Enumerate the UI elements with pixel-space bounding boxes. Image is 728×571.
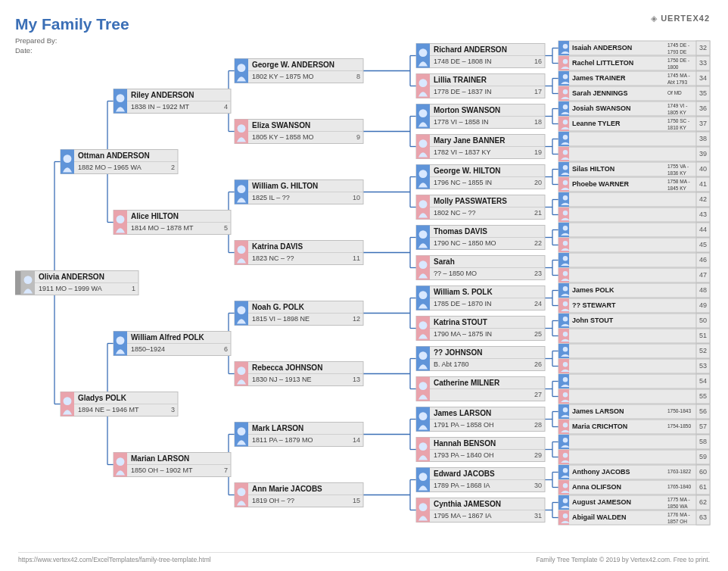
svg-text:?? – 1850 MO: ?? – 1850 MO bbox=[434, 270, 477, 277]
svg-point-139 bbox=[563, 377, 568, 382]
person-51: 51 bbox=[558, 329, 710, 343]
svg-text:Catherine MILNER: Catherine MILNER bbox=[434, 379, 500, 387]
svg-point-335 bbox=[238, 245, 246, 254]
svg-point-11 bbox=[563, 59, 568, 64]
svg-point-68 bbox=[563, 180, 568, 185]
svg-text:6: 6 bbox=[224, 345, 228, 353]
svg-point-370 bbox=[117, 94, 125, 102]
person-6: William Alfred POLK1850–19246 bbox=[114, 332, 231, 356]
svg-text:20: 20 bbox=[534, 179, 542, 186]
svg-text:1: 1 bbox=[132, 285, 135, 292]
svg-text:Gladys POLK: Gladys POLK bbox=[78, 394, 127, 402]
person-28: James LARSON1791 PA – 1858 OH28 bbox=[416, 407, 545, 432]
footer-copyright: Family Tree Template © 2019 by Vertex42.… bbox=[536, 556, 710, 563]
svg-rect-89 bbox=[558, 238, 710, 252]
svg-text:56: 56 bbox=[699, 407, 707, 415]
svg-text:49: 49 bbox=[699, 301, 707, 309]
svg-text:Leanne TYLER: Leanne TYLER bbox=[572, 120, 621, 127]
svg-point-314 bbox=[238, 64, 246, 72]
svg-point-328 bbox=[238, 185, 246, 193]
svg-text:34: 34 bbox=[699, 74, 707, 82]
svg-text:28: 28 bbox=[534, 421, 542, 429]
svg-point-391 bbox=[117, 457, 125, 466]
svg-text:12: 12 bbox=[353, 315, 360, 323]
svg-text:25: 25 bbox=[534, 330, 542, 338]
svg-text:Abigail WALDEN: Abigail WALDEN bbox=[572, 513, 627, 521]
person-4: Riley ANDERSON1838 IN – 1922 MT4 bbox=[114, 89, 231, 114]
vertex42-logo: ◈ UERTEX42 bbox=[651, 14, 710, 23]
svg-rect-127 bbox=[558, 344, 710, 358]
svg-rect-132 bbox=[558, 359, 710, 373]
svg-text:26: 26 bbox=[534, 360, 542, 368]
svg-text:58: 58 bbox=[699, 438, 707, 445]
svg-text:1778 DE – 1837 IN: 1778 DE – 1837 IN bbox=[434, 88, 492, 95]
person-43: 43 bbox=[558, 207, 710, 222]
svg-point-106 bbox=[563, 286, 568, 291]
svg-text:3: 3 bbox=[171, 406, 175, 413]
svg-point-134 bbox=[563, 362, 568, 367]
person-23: Sarah?? – 1850 MO23 bbox=[416, 256, 545, 280]
person-46: 46 bbox=[558, 253, 710, 267]
svg-text:Molly PASSWATERS: Molly PASSWATERS bbox=[434, 197, 507, 205]
svg-text:1790 NC – 1850 MO: 1790 NC – 1850 MO bbox=[434, 239, 496, 247]
svg-point-34 bbox=[563, 105, 568, 109]
person-53: 53 bbox=[558, 359, 710, 373]
svg-rect-84 bbox=[558, 223, 710, 237]
svg-text:James LARSON: James LARSON bbox=[572, 407, 624, 415]
svg-point-342 bbox=[238, 306, 246, 314]
svg-text:Of MD: Of MD bbox=[667, 90, 682, 95]
svg-point-252 bbox=[419, 261, 428, 269]
person-57: Maria CRICHTON1754-185057 bbox=[558, 420, 710, 434]
svg-text:46: 46 bbox=[699, 256, 707, 264]
person-15: Ann Marie JACOBS1819 OH – ??15 bbox=[235, 483, 363, 507]
svg-text:1793 DE: 1793 DE bbox=[667, 49, 687, 55]
svg-point-286 bbox=[419, 412, 428, 420]
svg-point-203 bbox=[419, 48, 428, 57]
svg-text:1782 VI – 1837 KY: 1782 VI – 1837 KY bbox=[434, 148, 491, 156]
svg-text:23: 23 bbox=[534, 270, 542, 277]
svg-text:60: 60 bbox=[699, 468, 707, 476]
person-26: ?? JOHNSONB. Abt 178026 bbox=[416, 347, 545, 371]
svg-rect-48 bbox=[558, 132, 710, 146]
svg-text:1882 MO – 1965 WA: 1882 MO – 1965 WA bbox=[78, 164, 142, 171]
svg-text:1800: 1800 bbox=[667, 64, 679, 70]
person-5: Alice HILTON1814 MO – 1878 MT5 bbox=[114, 211, 231, 235]
svg-point-307 bbox=[419, 503, 428, 511]
svg-text:Anthony JACOBS: Anthony JACOBS bbox=[572, 468, 630, 476]
svg-text:21: 21 bbox=[534, 209, 542, 217]
person-59: 59 bbox=[558, 450, 710, 464]
svg-text:Eliza SWANSON: Eliza SWANSON bbox=[252, 121, 310, 129]
person-54: 54 bbox=[558, 374, 710, 388]
svg-point-96 bbox=[563, 256, 568, 261]
svg-text:52: 52 bbox=[699, 347, 707, 354]
svg-text:37: 37 bbox=[699, 120, 707, 127]
svg-rect-0 bbox=[15, 271, 21, 295]
svg-text:40: 40 bbox=[699, 165, 707, 173]
svg-text:19: 19 bbox=[534, 148, 542, 156]
svg-text:42: 42 bbox=[699, 195, 707, 203]
person-18: Morton SWANSON1778 VI – 1858 IN18 bbox=[416, 105, 545, 129]
svg-text:Katrina DAVIS: Katrina DAVIS bbox=[252, 242, 303, 251]
svg-text:1748 DE – 1808 IN: 1748 DE – 1808 IN bbox=[434, 58, 492, 65]
svg-point-363 bbox=[238, 488, 246, 496]
svg-text:1749 VI -: 1749 VI - bbox=[667, 103, 687, 108]
person-14: Mark LARSON1811 PA – 1879 MO14 bbox=[235, 423, 363, 447]
svg-text:32: 32 bbox=[699, 44, 707, 51]
svg-point-55 bbox=[563, 150, 568, 154]
svg-point-118 bbox=[563, 317, 568, 321]
svg-text:1811 PA – 1879 MO: 1811 PA – 1879 MO bbox=[252, 436, 313, 444]
person-42: 42 bbox=[558, 192, 710, 207]
person-47: 47 bbox=[558, 268, 710, 282]
svg-text:August JAMESON: August JAMESON bbox=[572, 498, 631, 506]
svg-point-238 bbox=[419, 200, 428, 208]
svg-point-321 bbox=[238, 124, 246, 133]
person-22: Thomas DAVIS1790 NC – 1850 MO22 bbox=[416, 226, 545, 250]
svg-text:1911 MO – 1999 WA: 1911 MO – 1999 WA bbox=[39, 285, 102, 292]
svg-text:2: 2 bbox=[171, 164, 175, 171]
svg-point-112 bbox=[563, 301, 568, 306]
svg-text:45: 45 bbox=[699, 241, 707, 248]
svg-text:1850 OH – 1902 MT: 1850 OH – 1902 MT bbox=[131, 466, 193, 474]
svg-text:51: 51 bbox=[699, 332, 707, 339]
svg-point-405 bbox=[64, 397, 72, 405]
person-48: James POLK48 bbox=[558, 283, 710, 298]
